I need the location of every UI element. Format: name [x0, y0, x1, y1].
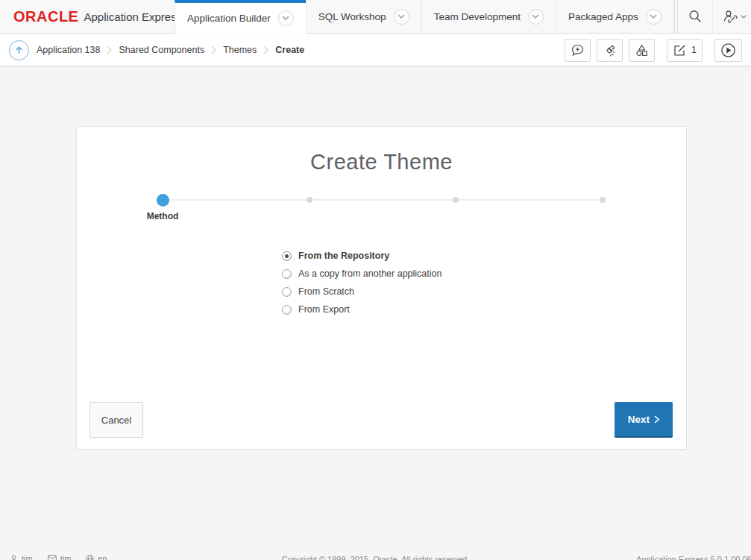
chevron-down-icon[interactable]: [528, 9, 544, 25]
theme-roller-spotlight-button[interactable]: [597, 39, 623, 62]
progress-step-label: Method: [118, 211, 207, 221]
breadcrumb-separator-icon: [263, 45, 268, 54]
breadcrumb-create: Create: [275, 45, 304, 55]
radio-from-the-repository[interactable]: From the Repository: [282, 247, 442, 265]
tab-application-builder[interactable]: Application Builder: [175, 0, 306, 34]
feedback-bubble-icon: [571, 43, 585, 57]
radio-button-icon: [282, 269, 292, 279]
shapes-icon: [635, 43, 649, 57]
chevron-down-icon[interactable]: [646, 9, 662, 25]
top-navigation-bar: ORACLE Application Express Application B…: [0, 0, 751, 34]
up-level-button[interactable]: [9, 40, 29, 60]
topbar-actions: ?: [674, 0, 751, 33]
radio-button-icon: [282, 287, 292, 297]
administration-menu-button[interactable]: [712, 0, 751, 33]
shared-components-button[interactable]: [629, 39, 655, 62]
next-button[interactable]: Next: [615, 402, 673, 438]
radio-button-icon: [282, 305, 292, 315]
edit-page-icon: [673, 43, 687, 57]
tab-label: Team Development: [434, 11, 521, 22]
chevron-down-icon[interactable]: [278, 10, 294, 26]
breadcrumb-separator-icon: [107, 45, 112, 54]
product-name-text: Application Express: [84, 10, 182, 23]
progress-step-method: [157, 194, 169, 207]
page-title: Create Theme: [77, 150, 686, 174]
breadcrumb-bar: Application 138 Shared Components Themes…: [0, 34, 751, 66]
feedback-button[interactable]: [565, 39, 591, 62]
oracle-logo: ORACLE Application Express: [0, 0, 175, 33]
search-icon: [688, 9, 703, 24]
page-footer: tim tim en Copyright © 1999, 2015, Oracl…: [0, 554, 751, 560]
page-body: Create Theme Method From the Repository …: [0, 67, 751, 560]
apex-create-theme-screen: ORACLE Application Express Application B…: [0, 0, 751, 560]
breadcrumb-application[interactable]: Application 138: [37, 45, 100, 55]
edit-page-number: 1: [691, 45, 697, 55]
progress-step-3: [453, 197, 459, 203]
breadcrumb: Application 138 Shared Components Themes…: [37, 45, 304, 55]
run-application-button[interactable]: [714, 39, 742, 62]
tab-sql-workshop[interactable]: SQL Workshop: [306, 0, 421, 33]
admin-wrench-icon: [723, 9, 738, 24]
tab-label: SQL Workshop: [318, 11, 386, 22]
oracle-brand-text: ORACLE: [13, 8, 78, 25]
radio-label: From the Repository: [298, 251, 389, 261]
radio-label: From Export: [298, 304, 350, 315]
next-button-label: Next: [628, 414, 650, 425]
cancel-button[interactable]: Cancel: [89, 402, 143, 438]
tab-packaged-apps[interactable]: Packaged Apps: [556, 0, 674, 33]
radio-as-a-copy[interactable]: As a copy from another application: [282, 265, 442, 283]
search-button[interactable]: [677, 0, 712, 33]
create-theme-wizard-card: Create Theme Method From the Repository …: [76, 126, 687, 450]
footer-version: Application Express 5.0.1.00.06: [636, 555, 751, 560]
edit-page-button[interactable]: 1: [667, 39, 703, 62]
main-tabs: Application Builder SQL Workshop Team De…: [175, 0, 674, 33]
radio-from-export[interactable]: From Export: [282, 301, 442, 318]
chevron-right-icon: [654, 415, 659, 424]
radio-label: As a copy from another application: [298, 268, 442, 279]
spotlight-icon: [603, 43, 617, 57]
tab-team-development[interactable]: Team Development: [421, 0, 556, 33]
progress-step-2: [307, 197, 312, 203]
radio-button-icon: [282, 251, 292, 261]
breadcrumb-separator-icon: [211, 45, 216, 54]
radio-label: From Scratch: [298, 286, 354, 297]
progress-step-4: [600, 197, 606, 203]
tab-label: Packaged Apps: [568, 11, 638, 22]
progress-line: [163, 199, 603, 201]
breadcrumb-themes[interactable]: Themes: [223, 45, 257, 55]
run-application-icon: [720, 43, 736, 58]
chevron-down-icon[interactable]: [394, 9, 409, 25]
radio-from-scratch[interactable]: From Scratch: [282, 283, 442, 301]
breadcrumb-shared-components[interactable]: Shared Components: [119, 45, 204, 55]
up-arrow-icon: [14, 45, 24, 55]
create-theme-method-options: From the Repository As a copy from anoth…: [282, 247, 442, 318]
page-action-buttons: 1: [565, 39, 742, 62]
tab-label: Application Builder: [187, 13, 271, 24]
chevron-down-icon: [741, 15, 747, 19]
